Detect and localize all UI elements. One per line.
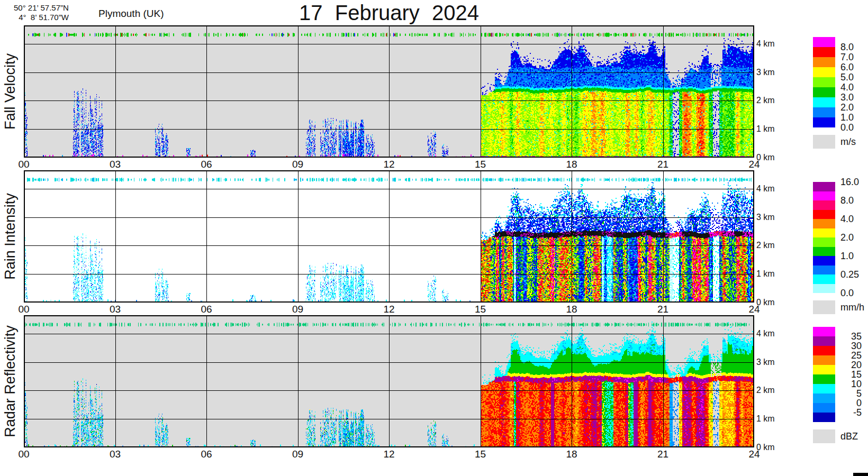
hour-tick-label: 09 <box>292 304 303 315</box>
height-tick-label: 2 km <box>756 386 775 395</box>
height-tick-label: 4 km <box>756 329 775 338</box>
hour-tick-label: 06 <box>201 448 212 460</box>
legend-value-label: 0.25 <box>840 269 859 280</box>
radar-reflectivity-heatmap <box>24 315 754 447</box>
legend-color-cell <box>813 336 835 346</box>
legend-color-cell <box>813 200 835 210</box>
hour-tick-label: 21 <box>657 304 668 315</box>
height-axis-1: 0 km1 km2 km3 km4 km <box>756 170 788 303</box>
height-axis-2: 0 km1 km2 km3 km4 km <box>756 315 788 447</box>
hour-tick-label: 12 <box>383 159 394 170</box>
nodata-swatch <box>813 135 835 149</box>
legend-color-cell <box>813 256 835 266</box>
legend-color-cell <box>813 393 835 403</box>
legend-color-cell <box>813 107 835 117</box>
legend-value-label: -5 <box>839 407 862 418</box>
legend-color-cell <box>813 182 835 191</box>
legend-color-cell <box>813 191 835 201</box>
legend-color-cell <box>813 374 835 384</box>
legend-value-label: 1.0 <box>840 251 854 262</box>
height-tick-label: 1 km <box>756 124 775 134</box>
hour-tick-label: 15 <box>475 159 486 170</box>
panel-fall-velocity: Fall Velocity 0 km1 km2 km3 km4 km 00030… <box>0 25 868 169</box>
hour-tick-label: 03 <box>110 448 121 460</box>
hour-tick-label: 15 <box>475 304 486 315</box>
legend-color-cell <box>813 247 835 257</box>
fall-velocity-axis-label: Fall Velocity <box>2 23 23 160</box>
hour-tick-label: 24 <box>748 304 760 315</box>
height-tick-label: 2 km <box>756 241 775 250</box>
legend-color-cell <box>813 365 835 374</box>
legend-color-cell <box>813 117 835 127</box>
legend-unit: mm/h <box>840 302 864 313</box>
hour-tick-label: 03 <box>110 304 121 315</box>
hour-tick-label: 24 <box>748 159 760 170</box>
legend-color-cell <box>813 37 835 47</box>
hour-tick-label: 18 <box>566 448 577 460</box>
legend-color-cell <box>813 413 835 422</box>
legend-value-label: 1.0 <box>840 112 854 123</box>
hour-tick-label: 18 <box>566 159 577 170</box>
legend-color-cell <box>813 97 835 107</box>
time-axis-1: 000306091215182124 <box>24 303 754 314</box>
rain-intensity-heatmap <box>24 170 754 303</box>
hour-tick-label: 12 <box>383 304 394 315</box>
hour-tick-label: 12 <box>383 448 394 460</box>
legend-color-cell <box>813 77 835 87</box>
legend-color-cell <box>813 355 835 365</box>
height-tick-label: 4 km <box>756 184 775 194</box>
legend-value-label: 2.0 <box>840 102 854 113</box>
legend-color-cell <box>813 237 835 247</box>
legend-value-label: 0.0 <box>840 288 854 299</box>
hour-tick-label: 15 <box>475 448 486 460</box>
legend-value-label: 5.0 <box>840 72 854 83</box>
fall-velocity-heatmap <box>24 25 754 158</box>
legend-value-label: 16.0 <box>840 177 859 188</box>
hour-tick-label: 06 <box>201 159 212 170</box>
hour-tick-label: 21 <box>657 448 668 460</box>
legend-value-label: 0.0 <box>840 122 854 133</box>
nodata-swatch <box>813 300 835 314</box>
rain-intensity-axis-label: Rain Intensity <box>2 168 23 305</box>
legend-color-cell <box>813 210 835 219</box>
legend-value-label: 3.0 <box>840 92 854 103</box>
panel-radar-reflectivity: Radar Reflectivity 0 km1 km2 km3 km4 km … <box>0 315 868 459</box>
height-tick-label: 2 km <box>756 96 775 105</box>
height-tick-label: 3 km <box>756 213 775 222</box>
hour-tick-label: 03 <box>110 159 121 170</box>
legend-value-label: 4.0 <box>840 214 854 225</box>
legend-color-cell <box>813 219 835 228</box>
hour-tick-label: 09 <box>292 159 303 170</box>
legend-colorbar <box>813 327 835 422</box>
legend-colorbar <box>813 37 835 127</box>
legend-unit: m/s <box>840 136 856 148</box>
legend-value-label: 8.0 <box>840 195 854 206</box>
time-axis-0: 000306091215182124 <box>24 158 754 169</box>
hour-tick-label: 09 <box>292 448 303 460</box>
panel-rain-intensity: Rain Intensity 0 km1 km2 km3 km4 km 0003… <box>0 170 868 314</box>
legend-value-label: 7.0 <box>840 52 854 63</box>
legend-color-cell <box>813 327 835 336</box>
legend-value-label: 8.0 <box>840 42 854 53</box>
hour-tick-label: 24 <box>748 448 760 460</box>
height-tick-label: 1 km <box>756 269 775 279</box>
height-tick-label: 4 km <box>756 39 775 49</box>
page-title: 17 February 2024 <box>24 1 754 25</box>
legend-color-cell <box>813 274 835 284</box>
height-tick-label: 1 km <box>756 414 775 424</box>
legend-color-cell <box>813 384 835 393</box>
legend-color-cell <box>813 403 835 413</box>
legend-unit: dBZ <box>840 431 858 442</box>
legend-color-cell <box>813 87 835 97</box>
hour-tick-label: 00 <box>18 448 29 460</box>
legend-color-cell <box>813 67 835 77</box>
legend-value-label: 2.0 <box>840 232 854 243</box>
legend-colorbar <box>813 182 835 293</box>
radar-reflectivity-axis-label: Radar Reflectivity <box>2 313 23 450</box>
legend-color-cell <box>813 266 835 275</box>
height-tick-label: 3 km <box>756 68 775 77</box>
hour-tick-label: 06 <box>201 304 212 315</box>
legend-value-label: 4.0 <box>840 82 854 93</box>
legend-color-cell <box>813 57 835 67</box>
nodata-swatch <box>813 429 835 443</box>
